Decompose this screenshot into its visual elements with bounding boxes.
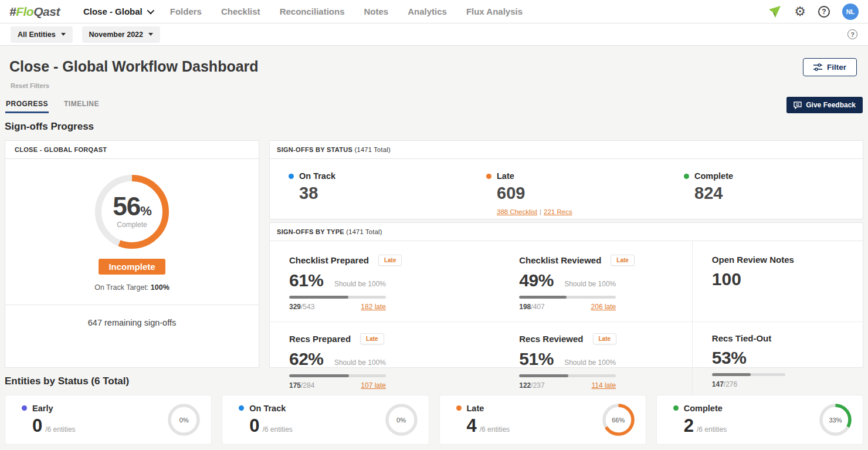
entity-count: 4 [467,415,477,437]
entity-label: Complete [684,404,723,413]
metric-percent: 62% [289,349,324,369]
metric-percent: 49% [519,270,554,290]
tab-progress[interactable]: PROGRESS [5,100,49,113]
late-count-link[interactable]: 182 late [361,303,386,311]
late-recs-link[interactable]: 221 Recs [544,208,572,215]
entity-card-complete: Complete 2/6 entities 33% [656,395,863,445]
forqast-card-header: CLOSE - GLOBAL FORQAST [15,146,107,153]
nav-item-notes[interactable]: Notes [364,6,388,16]
late-count-link[interactable]: 107 late [361,381,386,390]
entity-card-early: Early 0/6 entities 0% [5,395,212,445]
donut-percent-label: Complete [117,221,147,229]
sliders-icon [813,63,822,71]
help-icon[interactable]: ? [818,6,830,18]
entity-ring-percent: 0% [385,404,418,436]
entity-ring-chart: 66% [602,404,635,436]
metric-title: Checklist Prepared [289,255,369,265]
metric-title: Checklist Reviewed [519,255,601,265]
entity-ring-chart: 33% [819,404,852,436]
metric-done: 122 [519,381,531,390]
filter-button[interactable]: Filter [803,58,857,76]
nav-item-reconciliations[interactable]: Reconciliations [280,6,345,16]
metric-total: /237 [531,381,544,390]
entity-ring-percent: 0% [168,404,200,436]
signoffs-progress-heading: Sign-offs Progress [5,121,868,133]
late-badge: Late [378,255,402,266]
status-card-total: (1471 Total) [352,146,391,153]
give-feedback-button[interactable]: Give Feedback [786,97,863,113]
late-count-link[interactable]: 114 late [591,381,616,390]
workspace-selector[interactable]: Close - Global [83,6,152,16]
signoffs-by-type-card: SIGN-OFFS BY TYPE (1471 Total) Checklist… [269,222,863,368]
gear-icon[interactable]: ⚙ [794,5,806,18]
link-separator: | [540,208,541,215]
late-checklist-link[interactable]: 388 Checklist [497,208,537,215]
late-dot [486,174,491,179]
chevron-down-icon [147,7,154,15]
nav-item-folders[interactable]: Folders [170,6,202,16]
type-card-total: (1471 Total) [344,228,382,235]
entities-dropdown[interactable]: All Entities [11,26,73,43]
status-value: 824 [694,184,863,203]
top-nav-bar: #FloQast Close - Global Folders Checklis… [0,0,868,23]
type-cell-open-review-notes: Open Review Notes 100 [692,241,863,322]
metric-total: /407 [531,303,544,311]
nav-item-analytics[interactable]: Analytics [408,6,447,16]
entity-label: On Track [249,404,286,413]
nav-item-checklist[interactable]: Checklist [221,6,260,16]
completion-donut-chart: 56% Complete [95,175,169,249]
metric-done: 329 [289,303,301,311]
late-badge: Late [611,255,635,266]
logo-qast: Qast [33,5,60,18]
status-card-header: SIGN-OFFS BY STATUS [277,146,352,153]
entity-label: Early [32,404,53,413]
metric-done: 175 [289,381,301,390]
entity-sub: /6 entities [263,425,293,434]
entity-count: 0 [249,415,259,437]
entity-ring-percent: 33% [819,404,852,436]
tabs: PROGRESS TIMELINE [5,100,100,113]
caret-down-icon [148,33,153,36]
entities-dropdown-label: All Entities [18,31,56,39]
help-icon-small[interactable]: ? [847,29,857,39]
logo-flo: Flo [16,5,33,18]
reset-filters-link[interactable]: Reset Filters [11,82,868,89]
metric-done: 147 [712,380,724,388]
status-label: Late [497,171,514,181]
nav-item-flux-analysis[interactable]: Flux Analysis [466,6,523,16]
type-cell-checklist-reviewed: Checklist ReviewedLate 49%Should be 100%… [500,241,692,322]
send-flag-icon[interactable] [768,5,782,19]
on-track-dot [239,405,244,411]
type-cell-recs-reviewed: Recs ReviewedLate 51%Should be 100% 122/… [500,322,692,400]
entity-sub: /6 entities [480,425,510,434]
metric-done: 198 [519,303,531,311]
type-cell-checklist-prepared: Checklist PreparedLate 61%Should be 100%… [270,241,500,322]
give-feedback-label: Give Feedback [806,101,856,109]
complete-dot [673,405,679,411]
type-cell-recs-prepared: Recs PreparedLate 62%Should be 100% 175/… [270,322,500,400]
on-track-dot [289,174,294,179]
late-dot [456,405,462,411]
entity-count: 2 [684,415,694,437]
late-badge: Late [593,333,617,344]
metric-title: Recs Reviewed [519,334,583,344]
complete-dot [684,174,689,179]
entity-card-late: Late 4/6 entities 66% [439,395,646,445]
type-card-header: SIGN-OFFS BY TYPE [277,228,344,235]
avatar[interactable]: NL [842,4,859,20]
late-count-link[interactable]: 206 late [591,303,616,311]
metric-total: /543 [301,303,314,311]
period-dropdown[interactable]: November 2022 [82,26,160,43]
floqast-logo[interactable]: #FloQast [9,5,60,19]
status-on-track: On Track 38 [270,171,467,215]
entity-sub: /6 entities [697,425,727,434]
logo-hash: # [9,5,16,18]
period-dropdown-label: November 2022 [89,31,143,39]
status-badge: Incomplete [99,259,165,275]
metric-value: 100 [712,269,809,289]
metric-target: Should be 100% [334,280,386,288]
late-badge: Late [360,333,384,344]
tab-timeline[interactable]: TIMELINE [63,100,100,113]
entity-ring-chart: 0% [168,404,200,436]
status-label: On Track [299,171,335,181]
